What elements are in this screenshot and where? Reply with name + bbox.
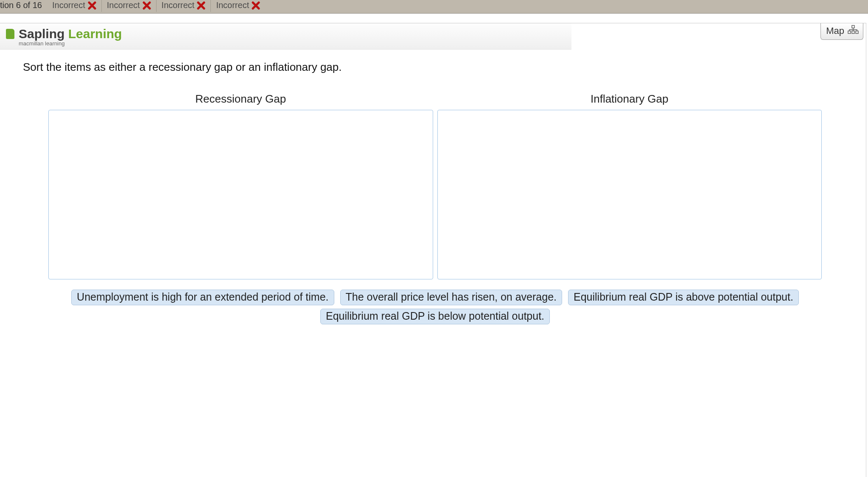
brand-bar: Sapling Learning macmillan learning <box>0 23 571 50</box>
draggable-chip[interactable]: Unemployment is high for an extended per… <box>71 290 334 305</box>
incorrect-x-icon <box>252 1 260 10</box>
draggable-chip[interactable]: Equilibrium real GDP is below potential … <box>320 309 550 324</box>
svg-rect-2 <box>852 31 854 33</box>
brand-word-2: Learning <box>68 27 122 41</box>
attempt-tab[interactable]: Incorrect <box>47 0 101 12</box>
incorrect-x-icon <box>143 1 151 10</box>
brand-word-1: Sapling <box>19 27 64 41</box>
question-content: Sort the items as either a recessionary … <box>0 50 866 333</box>
attempt-label: Incorrect <box>162 0 195 10</box>
incorrect-x-icon <box>197 1 205 10</box>
map-button-label: Map <box>826 25 844 36</box>
draggable-chip-tray: Unemployment is high for an extended per… <box>23 290 847 324</box>
svg-rect-3 <box>856 31 858 33</box>
attempt-tab[interactable]: Incorrect <box>156 0 211 12</box>
map-button[interactable]: Map <box>820 23 863 40</box>
brand-title: Sapling Learning <box>6 27 566 41</box>
bin-column: Inflationary Gap <box>437 92 822 279</box>
draggable-chip[interactable]: Equilibrium real GDP is above potential … <box>568 290 799 305</box>
svg-rect-1 <box>848 31 851 33</box>
attempt-label: Incorrect <box>216 0 249 10</box>
attempt-label: Incorrect <box>107 0 140 10</box>
sitemap-icon <box>848 25 859 37</box>
svg-rect-0 <box>852 25 854 28</box>
sort-bins-row: Recessionary Gap Inflationary Gap <box>23 92 847 279</box>
incorrect-x-icon <box>88 1 96 10</box>
brand-subtitle: macmillan learning <box>19 40 566 47</box>
attempt-label: Incorrect <box>52 0 85 10</box>
drop-target-recessionary[interactable] <box>48 110 433 279</box>
header-row: Sapling Learning macmillan learning Map <box>0 23 866 50</box>
question-frame: Sapling Learning macmillan learning Map <box>0 23 866 477</box>
bin-title-recessionary: Recessionary Gap <box>195 92 286 106</box>
drop-target-inflationary[interactable] <box>437 110 822 279</box>
question-prompt: Sort the items as either a recessionary … <box>23 61 847 74</box>
attempt-tab[interactable]: Incorrect <box>101 0 156 12</box>
question-status-bar: tion 6 of 16 Incorrect Incorrect Incorre… <box>0 0 868 14</box>
attempt-tab[interactable]: Incorrect <box>210 0 265 12</box>
bin-title-inflationary: Inflationary Gap <box>591 92 669 106</box>
draggable-chip[interactable]: The overall price level has risen, on av… <box>340 290 563 305</box>
sapling-logo-icon <box>6 29 14 39</box>
bin-column: Recessionary Gap <box>48 92 433 279</box>
